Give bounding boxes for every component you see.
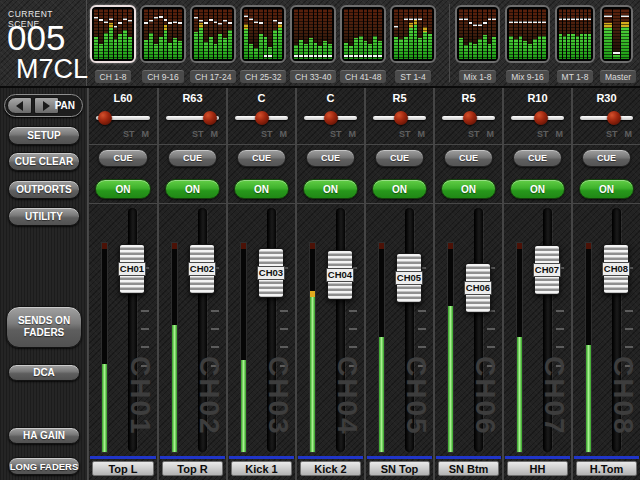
fader-cap[interactable]: CH06 bbox=[465, 263, 491, 313]
fader-position-mark bbox=[414, 18, 418, 20]
pan-knob[interactable] bbox=[255, 111, 269, 125]
fader-position-mark bbox=[314, 55, 318, 57]
channel-name[interactable]: SN Btm bbox=[438, 461, 499, 476]
on-button[interactable]: ON bbox=[372, 179, 427, 199]
on-button[interactable]: ON bbox=[441, 179, 496, 199]
pan-knob[interactable] bbox=[98, 111, 112, 125]
cue-button[interactable]: CUE bbox=[444, 149, 493, 167]
pan-knob[interactable] bbox=[463, 111, 477, 125]
fader-cap[interactable]: CH04 bbox=[327, 250, 353, 300]
meter-bar-fill bbox=[394, 37, 398, 60]
meter-bank-ch-25-32[interactable]: CH 25-32 bbox=[240, 5, 286, 84]
meter-red-zone bbox=[102, 243, 107, 249]
cue-button[interactable]: CUE bbox=[513, 149, 562, 167]
on-button[interactable]: ON bbox=[579, 179, 634, 199]
fader-position-mark bbox=[259, 22, 263, 24]
meter-bank-ch-9-16[interactable]: CH 9-16 bbox=[140, 5, 186, 84]
on-button[interactable]: ON bbox=[510, 179, 565, 199]
meter-bar bbox=[259, 9, 263, 59]
pan-prev-button[interactable] bbox=[7, 97, 32, 114]
meter-bank-tabs: CH 1-8CH 9-16CH 17-24CH 25-32CH 33-40CH … bbox=[88, 0, 640, 86]
meter-bar-fill bbox=[418, 38, 422, 59]
st-indicator: ST bbox=[123, 129, 135, 139]
meter-peak-segment bbox=[621, 22, 629, 27]
divider bbox=[228, 144, 295, 145]
meter-bank-mt-1-8[interactable]: MT 1-8 bbox=[555, 5, 595, 84]
on-button[interactable]: ON bbox=[234, 179, 289, 199]
fader-cap[interactable]: CH02 bbox=[189, 244, 215, 294]
cue-button[interactable]: CUE bbox=[375, 149, 424, 167]
st-indicator: ST bbox=[330, 129, 342, 139]
utility-button[interactable]: UTILITY bbox=[8, 207, 80, 226]
meter-bar bbox=[404, 9, 408, 59]
meter-bank-mix-9-16[interactable]: Mix 9-16 bbox=[505, 5, 550, 84]
fader-cap[interactable]: CH08 bbox=[603, 244, 629, 294]
meter-peak-segment bbox=[604, 23, 612, 28]
fader-cap[interactable]: CH03 bbox=[258, 248, 284, 298]
fader-position-mark bbox=[299, 55, 303, 57]
channel-name[interactable]: Top L bbox=[92, 461, 154, 476]
on-button[interactable]: ON bbox=[95, 179, 151, 199]
channel-name[interactable]: Kick 1 bbox=[231, 461, 292, 476]
dca-button[interactable]: DCA bbox=[8, 364, 80, 381]
sends-on-faders-button[interactable]: SENDS ON FADERS bbox=[6, 306, 82, 348]
fader-position-mark bbox=[228, 22, 232, 24]
fader-cap[interactable]: CH07 bbox=[534, 245, 560, 295]
channel-name[interactable]: H.Tom bbox=[576, 461, 637, 476]
divider bbox=[504, 203, 571, 204]
channel-color-bar bbox=[505, 456, 570, 459]
on-button[interactable]: ON bbox=[165, 179, 220, 199]
pan-value: R10 bbox=[504, 92, 571, 104]
cue-button[interactable]: CUE bbox=[98, 149, 148, 167]
pan-knob[interactable] bbox=[394, 111, 408, 125]
pan-knob[interactable] bbox=[607, 111, 621, 125]
fader-position-mark bbox=[354, 55, 358, 57]
st-indicator: ST bbox=[399, 129, 411, 139]
meter-bar bbox=[128, 9, 132, 59]
meter-bar-fill bbox=[254, 48, 258, 59]
scene-display[interactable]: CURRENT SCENE 005 M7CL bbox=[0, 0, 87, 86]
fader-position-mark bbox=[209, 19, 213, 21]
bank-divider bbox=[449, 4, 450, 82]
cue-button[interactable]: CUE bbox=[237, 149, 286, 167]
meter-bank-ch-33-40[interactable]: CH 33-40 bbox=[290, 5, 336, 84]
outports-button[interactable]: OUTPORTS bbox=[8, 180, 80, 199]
channel-name[interactable]: Kick 2 bbox=[300, 461, 361, 476]
meter-bank-ch-41-48[interactable]: CH 41-48 bbox=[340, 5, 386, 84]
cue-button[interactable]: CUE bbox=[582, 149, 631, 167]
fader-scale-tick bbox=[418, 310, 426, 312]
meter-bar bbox=[464, 9, 468, 59]
cue-button[interactable]: CUE bbox=[306, 149, 355, 167]
meter-bar bbox=[459, 9, 463, 59]
pan-knob[interactable] bbox=[534, 111, 548, 125]
fader-cap[interactable]: CH05 bbox=[396, 253, 422, 303]
meter-bank-master[interactable]: Master bbox=[600, 5, 633, 84]
channel-name[interactable]: SN Top bbox=[369, 461, 430, 476]
cue-clear-button[interactable]: CUE CLEAR bbox=[8, 152, 80, 171]
long-faders-button[interactable]: LONG FADERS bbox=[8, 457, 80, 475]
fader-cap[interactable]: CH01 bbox=[119, 244, 145, 294]
meter-bank-mix-1-8[interactable]: Mix 1-8 bbox=[455, 5, 500, 84]
meter-bank-label: Master bbox=[600, 66, 633, 84]
pan-knob[interactable] bbox=[324, 111, 338, 125]
divider bbox=[435, 203, 502, 204]
divider bbox=[159, 144, 226, 145]
pan-knob[interactable] bbox=[203, 111, 217, 125]
meter-bank-ch-1-8[interactable]: CH 1-8 bbox=[90, 5, 136, 84]
st-indicator: ST bbox=[537, 129, 549, 139]
on-button[interactable]: ON bbox=[303, 179, 358, 199]
meter-bar-fill bbox=[588, 34, 591, 59]
meter-bank-st-1-4[interactable]: ST 1-4 bbox=[390, 5, 436, 84]
ha-gain-button[interactable]: HA GAIN bbox=[8, 427, 80, 444]
meter-bar-fill bbox=[613, 55, 621, 59]
meter-bar bbox=[228, 9, 232, 59]
cue-button[interactable]: CUE bbox=[168, 149, 217, 167]
meter-bank-ch-17-24[interactable]: CH 17-24 bbox=[190, 5, 236, 84]
channel-name[interactable]: Top R bbox=[162, 461, 223, 476]
meter-bank-label: CH 17-24 bbox=[190, 66, 236, 84]
channel-name[interactable]: HH bbox=[507, 461, 568, 476]
setup-button[interactable]: SETUP bbox=[8, 126, 80, 145]
channel-color-bar bbox=[90, 456, 156, 459]
meter-bank-label-text: CH 1-8 bbox=[95, 70, 132, 83]
fader-scale-tick bbox=[141, 346, 149, 348]
